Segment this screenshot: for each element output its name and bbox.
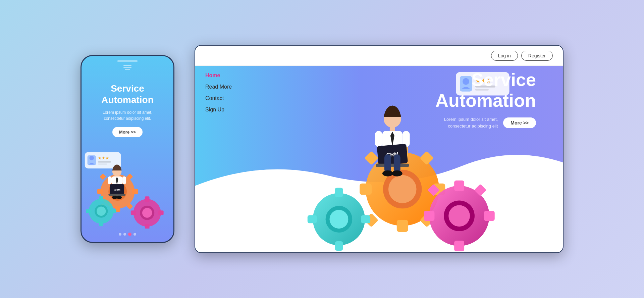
svg-point-36 [112,196,117,199]
svg-rect-56 [360,184,372,195]
nav-read-more[interactable]: Read More [205,84,232,90]
mobile-description: Lorem ipsum dolor sit amet, consectetur … [88,109,167,121]
svg-rect-74 [424,211,435,221]
svg-rect-64 [335,188,343,197]
svg-point-89 [392,170,402,177]
nav-sign-up[interactable]: Sign Up [205,107,232,113]
nav-contact[interactable]: Contact [205,95,232,101]
desktop-title: Service Automation [402,69,536,111]
svg-rect-66 [361,215,370,223]
mobile-illustration: ★★★ [82,141,173,229]
hamburger-menu[interactable] [123,65,131,70]
svg-rect-4 [98,161,111,163]
svg-point-37 [117,196,122,199]
header-buttons: Log in Register [491,51,553,61]
svg-rect-87 [394,154,400,173]
dot-2[interactable] [123,233,126,236]
desktop-navigation: Home Read More Contact Sign Up [205,72,232,113]
svg-rect-23 [86,209,91,213]
svg-rect-14 [100,173,106,180]
svg-rect-81 [375,131,382,147]
mobile-content: Service Automation Lorem ipsum dolor sit… [82,76,173,144]
mobile-more-button[interactable]: More >> [112,127,143,137]
svg-rect-78 [390,127,395,131]
desktop-description: Lorem ipsum dolor sit amet, consectetur … [444,116,498,129]
svg-rect-38 [108,177,112,184]
svg-point-88 [382,170,393,177]
svg-rect-39 [122,177,126,184]
main-container: Service Automation Lorem ipsum dolor sit… [0,32,644,266]
desktop-desc-row: Lorem ipsum dolor sit amet, consectetur … [402,116,536,129]
svg-text:★★★: ★★★ [98,156,109,160]
mobile-notch [117,60,138,62]
desktop-mockup: ★★★ [195,45,564,253]
dot-4[interactable] [133,233,136,236]
nav-home[interactable]: Home [205,72,232,79]
svg-rect-21 [99,222,103,227]
svg-point-52 [388,175,417,203]
desktop-hero: Service Automation Lorem ipsum dolor sit… [402,69,536,129]
svg-rect-29 [158,210,164,215]
svg-rect-86 [384,154,391,173]
svg-point-26 [142,208,152,218]
svg-point-63 [330,210,348,229]
svg-rect-71 [454,181,464,191]
svg-rect-30 [131,210,136,215]
dot-1[interactable] [119,233,121,236]
desktop-header: Log in Register [195,46,563,66]
svg-rect-54 [397,220,408,232]
svg-point-2 [89,156,94,160]
svg-rect-27 [145,196,150,202]
login-button[interactable]: Log in [491,51,518,61]
svg-point-19 [97,207,106,216]
dot-3[interactable] [128,233,131,236]
svg-rect-65 [335,241,343,251]
desktop-more-button[interactable]: More >> [503,117,536,128]
svg-rect-20 [99,196,103,201]
svg-point-70 [448,205,470,227]
svg-rect-85 [376,164,409,167]
svg-rect-73 [484,211,495,221]
svg-rect-12 [97,189,103,194]
mobile-pagination-dots [119,233,136,236]
svg-rect-11 [132,189,138,194]
svg-rect-22 [112,209,116,213]
mobile-mockup: Service Automation Lorem ipsum dolor sit… [80,55,174,243]
mobile-title: Service Automation [88,83,167,105]
svg-rect-5 [98,163,107,164]
svg-rect-72 [454,241,464,251]
svg-text:CRM: CRM [114,188,120,192]
svg-rect-67 [308,215,317,223]
svg-rect-42 [108,194,125,196]
svg-rect-28 [145,224,150,229]
register-button[interactable]: Register [521,51,553,61]
